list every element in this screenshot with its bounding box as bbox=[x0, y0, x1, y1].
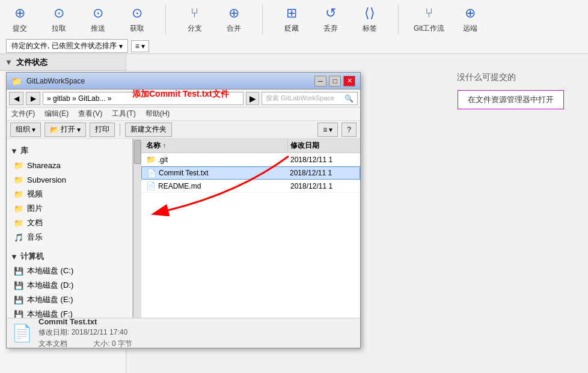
collapse-arrow-icon: ▼ bbox=[5, 58, 13, 67]
maximize-icon: □ bbox=[333, 77, 337, 85]
commit-button[interactable]: ⊕ 提交 bbox=[6, 5, 33, 34]
git-name-label: .git bbox=[158, 156, 168, 164]
search-box[interactable]: 搜索 GitLabWorkSpace 🔍 bbox=[262, 92, 358, 105]
forward-icon: ▶ bbox=[31, 94, 36, 103]
status-file-info: Commit Test.txt 修改日期: 2018/12/11 17:40 文… bbox=[38, 317, 132, 349]
menu-edit[interactable]: 编辑(E) bbox=[43, 109, 70, 119]
dleft-drive-f-icon: 💾 bbox=[14, 310, 23, 318]
file-row-commit-test[interactable]: 📄 Commit Test.txt 2018/12/11 1 bbox=[141, 166, 360, 180]
open-arrow-icon: ▾ bbox=[77, 126, 81, 134]
search-placeholder: 搜索 GitLabWorkSpace bbox=[266, 94, 342, 103]
file-row-git[interactable]: 📁 .git 2018/12/11 1 bbox=[141, 153, 360, 166]
dleft-subversion[interactable]: 📁 Subversion bbox=[7, 172, 132, 187]
md-file-icon: 📄 bbox=[146, 181, 156, 190]
organize-button[interactable]: 组织 ▾ bbox=[10, 123, 41, 137]
pull-label: 拉取 bbox=[52, 23, 66, 34]
dleft-favorites-label: 库 bbox=[20, 145, 28, 156]
dleft-computer-label: 计算机 bbox=[20, 251, 44, 262]
name-column-header[interactable]: 名称 ↑ bbox=[141, 139, 288, 153]
dleft-drive-f[interactable]: 💾 本地磁盘 (F:) bbox=[7, 307, 132, 318]
dleft-music[interactable]: 🎵 音乐 bbox=[7, 230, 132, 244]
help-button[interactable]: ? bbox=[341, 123, 357, 137]
menu-view[interactable]: 查看(V) bbox=[77, 109, 103, 119]
minimize-button[interactable]: ─ bbox=[314, 76, 326, 86]
back-button[interactable]: ◀ bbox=[9, 92, 23, 105]
toolbar-sep-2 bbox=[262, 4, 263, 34]
list-view-button[interactable]: ≡ ▾ bbox=[131, 40, 149, 52]
commit-test-name-label: Commit Test.txt bbox=[159, 169, 208, 177]
go-button[interactable]: ▶ bbox=[246, 92, 259, 105]
open-explorer-button[interactable]: 在文件资源管理器中打开 bbox=[458, 90, 564, 109]
dleft-music-label: 音乐 bbox=[27, 232, 43, 243]
gitflow-icon: ⑂ bbox=[425, 5, 433, 21]
status-type-size: 文本文档 大小: 0 字节 bbox=[38, 339, 132, 349]
scroll-thumb[interactable] bbox=[134, 140, 141, 164]
date-column-header[interactable]: 修改日期 bbox=[288, 139, 360, 153]
commit-label: 提交 bbox=[13, 23, 27, 34]
address-path[interactable]: » gitlab » GitLab... » bbox=[43, 92, 243, 105]
filter-dropdown-icon: ▾ bbox=[119, 42, 123, 50]
dialog-addressbar: ◀ ▶ » gitlab » GitLab... » ▶ 搜索 GitLabWo… bbox=[7, 89, 360, 108]
file-name-readme: 📄 README.md bbox=[141, 181, 288, 190]
close-icon: ✕ bbox=[347, 77, 352, 85]
sort-arrow-icon: ↑ bbox=[163, 142, 166, 149]
dialog-menubar: 文件(F) 编辑(E) 查看(V) 工具(T) 帮助(H) bbox=[7, 108, 360, 121]
status-file-icon: 📄 bbox=[11, 323, 32, 343]
status-type-text: 文本文档 bbox=[38, 339, 67, 348]
maximize-button[interactable]: □ bbox=[329, 76, 341, 86]
branch-icon: ⑂ bbox=[191, 5, 198, 21]
newfolder-button[interactable]: 新建文件夹 bbox=[125, 123, 172, 137]
dleft-drive-c-icon: 💾 bbox=[14, 267, 23, 276]
name-header-label: 名称 bbox=[146, 141, 161, 151]
dleft-documents[interactable]: 📁 文档 bbox=[7, 216, 132, 230]
filter-button[interactable]: 待定的文件, 已依照文件状态排序 ▾ bbox=[6, 39, 128, 53]
dleft-shareaza-icon: 📁 bbox=[14, 161, 23, 170]
toolbar-bottom: 待定的文件, 已依照文件状态排序 ▾ ≡ ▾ bbox=[0, 38, 588, 53]
fetch-button[interactable]: ⊙ 获取 bbox=[123, 5, 150, 34]
view-button[interactable]: ≡ ▾ bbox=[317, 123, 338, 137]
dleft-shareaza[interactable]: 📁 Shareaza bbox=[7, 158, 132, 172]
remote-button[interactable]: ⊕ 远端 bbox=[456, 5, 483, 34]
readme-name-label: README.md bbox=[158, 182, 201, 190]
tag-button[interactable]: ⟨⟩ 标签 bbox=[356, 5, 383, 34]
toolbar-top: ⊕ 提交 ⊙ 拉取 ⊙ 推送 ⊙ 获取 ⑂ 分支 ⊕ 合并 ⊞ 贬藏 ↺ bbox=[0, 0, 588, 38]
left-scrollbar[interactable] bbox=[133, 139, 141, 318]
back-icon: ◀ bbox=[14, 94, 19, 103]
toolbar-sep bbox=[120, 124, 120, 136]
menu-help[interactable]: 帮助(H) bbox=[144, 109, 171, 119]
stash-button[interactable]: ⊞ 贬藏 bbox=[278, 5, 305, 34]
push-button[interactable]: ⊙ 推送 bbox=[84, 5, 111, 34]
branch-button[interactable]: ⑂ 分支 bbox=[181, 5, 208, 34]
newfolder-label: 新建文件夹 bbox=[130, 124, 167, 135]
fetch-icon: ⊙ bbox=[132, 5, 142, 21]
dleft-pictures-label: 图片 bbox=[27, 203, 43, 214]
go-icon: ▶ bbox=[250, 94, 256, 103]
dleft-drive-d[interactable]: 💾 本地磁盘 (D:) bbox=[7, 278, 132, 293]
dleft-comp-arrow-icon: ▼ bbox=[10, 252, 18, 261]
discard-button[interactable]: ↺ 丢弃 bbox=[317, 5, 344, 34]
remote-label: 远端 bbox=[463, 23, 477, 34]
dleft-pictures[interactable]: 📁 图片 bbox=[7, 201, 132, 216]
file-explorer-dialog: 📁 GitLabWorkSpace ─ □ ✕ ◀ ▶ » gitlab » G… bbox=[6, 72, 361, 348]
close-button[interactable]: ✕ bbox=[343, 76, 355, 86]
dleft-fav-arrow-icon: ▼ bbox=[10, 147, 18, 156]
dleft-drive-c[interactable]: 💾 本地磁盘 (C:) bbox=[7, 264, 132, 278]
file-row-readme[interactable]: 📄 README.md 2018/12/11 1 bbox=[141, 180, 360, 193]
menu-tools[interactable]: 工具(T) bbox=[111, 109, 136, 119]
search-icon: 🔍 bbox=[345, 94, 354, 103]
forward-button[interactable]: ▶ bbox=[26, 92, 40, 105]
print-button[interactable]: 打印 bbox=[90, 123, 115, 137]
toolbar-sep-1 bbox=[165, 4, 166, 34]
open-label: 打开 bbox=[61, 124, 75, 135]
gitflow-button[interactable]: ⑂ Git工作流 bbox=[414, 5, 444, 34]
list-icon: ≡ ▾ bbox=[135, 42, 145, 50]
open-button[interactable]: 📂 打开 ▾ bbox=[44, 123, 86, 137]
menu-file[interactable]: 文件(F) bbox=[10, 109, 36, 119]
toolbar: ⊕ 提交 ⊙ 拉取 ⊙ 推送 ⊙ 获取 ⑂ 分支 ⊕ 合并 ⊞ 贬藏 ↺ bbox=[0, 0, 588, 54]
tag-icon: ⟨⟩ bbox=[364, 5, 375, 21]
dleft-drive-e[interactable]: 💾 本地磁盘 (E:) bbox=[7, 293, 132, 307]
dleft-video[interactable]: 📁 视频 bbox=[7, 187, 132, 201]
merge-button[interactable]: ⊕ 合并 bbox=[220, 5, 247, 34]
dialog-content: ▼ 库 📁 Shareaza 📁 Subversion 📁 视频 📁 图片 📁 bbox=[7, 139, 360, 318]
pull-button[interactable]: ⊙ 拉取 bbox=[45, 5, 72, 34]
